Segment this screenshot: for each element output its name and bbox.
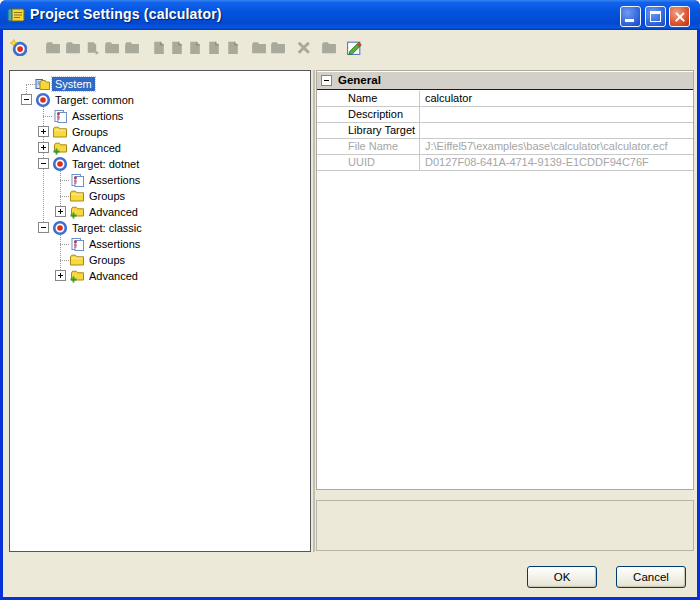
section-title: General <box>338 74 381 86</box>
new-target-icon <box>10 39 27 56</box>
target-icon <box>52 156 68 172</box>
new-target-button[interactable] <box>8 36 30 60</box>
tree-item-label: Assertions <box>86 237 143 251</box>
tree-item-label: Advanced <box>86 269 141 283</box>
edit-pencil-icon <box>346 39 363 56</box>
tree-item-advanced[interactable]: Advanced <box>10 204 310 220</box>
property-grid: General Name calculator Description Libr… <box>316 70 694 490</box>
assertions-icon <box>52 108 68 124</box>
property-value-field[interactable]: calculator <box>420 91 693 106</box>
cancel-button[interactable]: Cancel <box>616 566 686 588</box>
tree-item-groups[interactable]: Groups <box>10 252 310 268</box>
tree-item-assertions[interactable]: Assertions <box>10 108 310 124</box>
property-value-field[interactable] <box>420 123 693 138</box>
project-settings-window: Project Settings (calculator) <box>0 0 700 600</box>
tree-item-label: Assertions <box>69 109 126 123</box>
folder-icon <box>69 252 85 268</box>
collapse-toggle-icon[interactable] <box>38 158 49 169</box>
app-notebook-icon <box>7 6 25 24</box>
tree-item-system[interactable]: System <box>10 76 310 92</box>
tree-item-target-dotnet[interactable]: Target: dotnet <box>10 156 310 172</box>
tree-item-label: Groups <box>86 253 128 267</box>
titlebar[interactable]: Project Settings (calculator) <box>0 0 700 30</box>
gray-folder-icon <box>269 39 286 56</box>
gray-folder-icon <box>250 39 267 56</box>
property-row-library-target: Library Target <box>317 123 693 139</box>
collapse-section-icon[interactable] <box>321 75 332 86</box>
tree-item-groups[interactable]: Groups <box>10 188 310 204</box>
gray-folder-icon <box>320 39 337 56</box>
remove-button <box>293 36 315 60</box>
gray-folder-icon <box>64 39 81 56</box>
tree-item-assertions[interactable]: Assertions <box>10 172 310 188</box>
tree-item-label: Groups <box>86 189 128 203</box>
tree-item-target-classic[interactable]: Target: classic <box>10 220 310 236</box>
gray-doc-icon <box>168 39 185 56</box>
minimize-button[interactable] <box>620 6 641 27</box>
folder-icon <box>52 124 68 140</box>
tool-button-6 <box>121 36 143 60</box>
close-button[interactable] <box>669 6 690 27</box>
tree-item-label: Target: classic <box>69 221 145 235</box>
tool-button-5 <box>101 36 123 60</box>
property-value-field[interactable] <box>420 107 693 122</box>
dialog-body: System Target: common Assertions Groups … <box>3 30 697 597</box>
gray-doc-icon <box>224 39 241 56</box>
folder-plus-icon <box>52 140 68 156</box>
system-icon <box>35 76 51 92</box>
gray-folder-icon <box>123 39 140 56</box>
property-label: File Name <box>317 139 420 154</box>
collapse-toggle-icon[interactable] <box>21 94 32 105</box>
tree-item-label: Target: dotnet <box>69 157 142 171</box>
property-label: Library Target <box>317 123 420 138</box>
remove-x-icon <box>295 39 312 56</box>
tool-button-13 <box>267 36 289 60</box>
tool-button-3 <box>62 36 84 60</box>
tree-item-label: Groups <box>69 125 111 139</box>
property-row-name: Name calculator <box>317 91 693 107</box>
expand-toggle-icon[interactable] <box>55 206 66 217</box>
assertions-icon <box>69 236 85 252</box>
gray-folder-icon <box>103 39 120 56</box>
tree-item-label: Assertions <box>86 173 143 187</box>
tree-item-target-common[interactable]: Target: common <box>10 92 310 108</box>
property-label: Name <box>317 91 420 106</box>
assertions-icon <box>69 172 85 188</box>
settings-tree: System Target: common Assertions Groups … <box>9 70 311 552</box>
tree-item-assertions[interactable]: Assertions <box>10 236 310 252</box>
collapse-toggle-icon[interactable] <box>38 222 49 233</box>
maximize-button[interactable] <box>645 6 666 27</box>
folder-plus-icon <box>69 204 85 220</box>
maximize-icon <box>650 11 661 22</box>
target-icon <box>52 220 68 236</box>
gray-rename-icon <box>84 39 101 56</box>
expand-toggle-icon[interactable] <box>38 142 49 153</box>
property-value-readonly: D0127F08-641A-4714-9139-E1CDDF94C76F <box>420 155 693 170</box>
expand-toggle-icon[interactable] <box>55 270 66 281</box>
tree-property-splitter[interactable] <box>313 70 315 552</box>
folder-plus-icon <box>69 268 85 284</box>
tree-item-label: Target: common <box>52 93 137 107</box>
property-label: Description <box>317 107 420 122</box>
general-section-header[interactable]: General <box>317 72 693 90</box>
help-description-box <box>316 500 694 551</box>
property-row-uuid: UUID D0127F08-641A-4714-9139-E1CDDF94C76… <box>317 155 693 171</box>
tool-button-15 <box>318 36 340 60</box>
gray-doc-icon <box>205 39 222 56</box>
tree-item-advanced[interactable]: Advanced <box>10 268 310 284</box>
window-title: Project Settings (calculator) <box>30 6 222 22</box>
property-row-description: Description <box>317 107 693 123</box>
gray-doc-icon <box>186 39 203 56</box>
property-row-file-name: File Name J:\Eiffel57\examples\base\calc… <box>317 139 693 155</box>
tree-item-groups[interactable]: Groups <box>10 124 310 140</box>
property-value-readonly: J:\Eiffel57\examples\base\calculator\cal… <box>420 139 693 154</box>
expand-toggle-icon[interactable] <box>38 126 49 137</box>
minimize-icon <box>625 19 634 22</box>
tree-item-label: System <box>52 77 95 91</box>
edit-description-button[interactable] <box>344 36 366 60</box>
tool-button-2 <box>42 36 64 60</box>
tree-item-advanced[interactable]: Advanced <box>10 140 310 156</box>
ok-button[interactable]: OK <box>527 566 597 588</box>
folder-icon <box>69 188 85 204</box>
gray-doc-icon <box>150 39 167 56</box>
